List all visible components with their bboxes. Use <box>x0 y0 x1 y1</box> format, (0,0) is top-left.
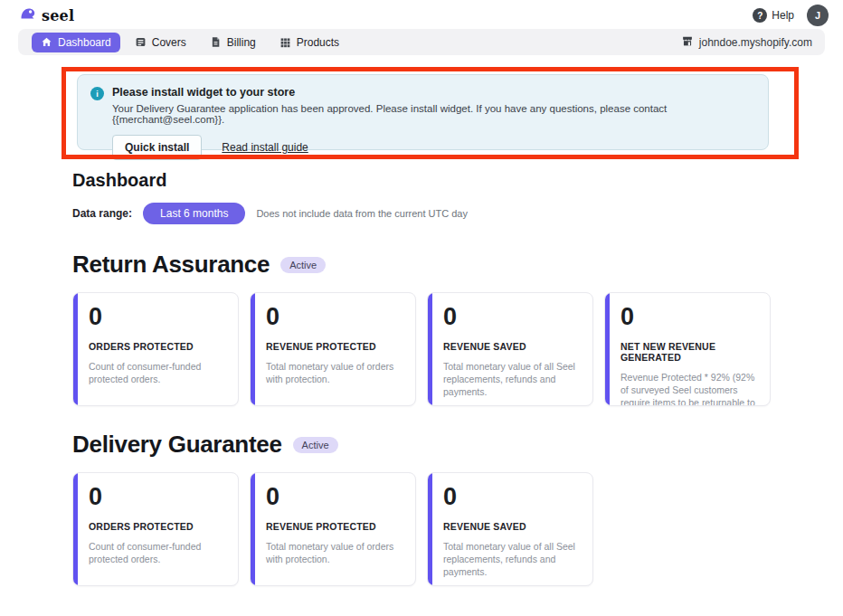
stat-value: 0 <box>89 304 227 331</box>
data-range-label: Data range: <box>72 207 132 220</box>
stat-description: Revenue Protected * 92% (92% of surveyed… <box>620 371 759 406</box>
stat-card-orders-protected: 0 ORDERS PROTECTED Count of consumer-fun… <box>72 472 239 586</box>
storefront-icon <box>681 35 694 50</box>
install-banner: i Please install widget to your store Yo… <box>77 74 769 150</box>
stat-value: 0 <box>266 484 404 511</box>
stat-label: REVENUE PROTECTED <box>266 521 404 532</box>
banner-actions: Quick install Read install guide <box>112 135 753 160</box>
stat-label: ORDERS PROTECTED <box>89 341 227 352</box>
nav-label: Billing <box>227 36 256 49</box>
nav-label: Dashboard <box>58 36 111 49</box>
banner-content: Please install widget to your store Your… <box>112 86 753 140</box>
status-badge: Active <box>280 257 326 273</box>
stat-label: REVENUE PROTECTED <box>266 341 404 352</box>
stat-value: 0 <box>89 484 227 511</box>
return-assurance-cards: 0 ORDERS PROTECTED Count of consumer-fun… <box>72 292 771 406</box>
banner-description: Your Delivery Guarantee application has … <box>112 103 753 125</box>
stat-description: Count of consumer-funded protected order… <box>89 360 227 385</box>
section-title: Return Assurance <box>72 251 270 279</box>
page-title: Dashboard <box>72 170 771 191</box>
stat-card-revenue-saved: 0 REVENUE SAVED Total monetary value of … <box>427 472 593 586</box>
nav-item-billing[interactable]: Billing <box>201 33 265 52</box>
stat-description: Total monetary value of orders with prot… <box>266 540 404 565</box>
header-right: ? Help J <box>753 5 829 26</box>
banner-title: Please install widget to your store <box>112 86 753 99</box>
stat-description: Total monetary value of all Seel replace… <box>443 360 582 399</box>
nav-item-products[interactable]: Products <box>270 33 348 52</box>
card-accent-bar <box>605 293 610 405</box>
stat-value: 0 <box>443 304 582 331</box>
stat-label: REVENUE SAVED <box>443 521 582 532</box>
stat-value: 0 <box>266 304 404 331</box>
stat-card-revenue-protected: 0 REVENUE PROTECTED Total monetary value… <box>250 472 416 586</box>
data-range-pill[interactable]: Last 6 months <box>143 203 245 224</box>
products-grid-icon <box>279 36 291 48</box>
brand: seel <box>20 6 74 24</box>
delivery-guarantee-cards: 0 ORDERS PROTECTED Count of consumer-fun… <box>72 472 771 586</box>
data-range-note: Does not include data from the current U… <box>256 208 468 219</box>
store-domain-chip: johndoe.myshopify.com <box>681 35 812 50</box>
nav-label: Covers <box>152 36 186 49</box>
stat-card-net-new-revenue: 0 NET NEW REVENUE GENERATED Revenue Prot… <box>604 292 771 406</box>
home-icon <box>41 36 52 48</box>
nav-left: Dashboard Covers Billing Products <box>32 33 348 52</box>
stat-label: NET NEW REVENUE GENERATED <box>620 341 759 363</box>
brand-name: seel <box>42 7 74 24</box>
status-badge: Active <box>293 437 338 453</box>
card-accent-bar <box>251 473 255 585</box>
help-label: Help <box>772 9 794 22</box>
seel-logo-icon <box>20 6 37 24</box>
stat-value: 0 <box>620 304 759 331</box>
read-install-guide-link[interactable]: Read install guide <box>222 141 308 154</box>
nav-item-covers[interactable]: Covers <box>126 33 195 52</box>
nav-label: Products <box>297 36 339 49</box>
card-accent-bar <box>73 473 78 585</box>
page-body: Dashboard Data range: Last 6 months Does… <box>72 170 771 586</box>
stat-description: Total monetary value of orders with prot… <box>266 360 404 385</box>
section-title: Delivery Guarantee <box>72 431 282 459</box>
card-accent-bar <box>428 293 432 405</box>
stat-card-revenue-saved: 0 REVENUE SAVED Total monetary value of … <box>427 292 593 406</box>
card-accent-bar <box>428 473 432 585</box>
quick-install-button[interactable]: Quick install <box>112 135 202 160</box>
avatar[interactable]: J <box>807 5 829 26</box>
stat-card-revenue-protected: 0 REVENUE PROTECTED Total monetary value… <box>250 292 416 406</box>
nav-bar: Dashboard Covers Billing Products <box>18 29 825 55</box>
section-head-delivery-guarantee: Delivery Guarantee Active <box>72 431 771 459</box>
card-accent-bar <box>251 293 255 405</box>
billing-icon <box>210 36 222 48</box>
top-header: seel ? Help J <box>0 0 843 27</box>
nav-item-dashboard[interactable]: Dashboard <box>32 33 120 52</box>
store-domain: johndoe.myshopify.com <box>699 36 812 49</box>
help-icon: ? <box>753 8 767 23</box>
info-icon: i <box>90 87 104 100</box>
section-head-return-assurance: Return Assurance Active <box>72 251 771 279</box>
stat-description: Total monetary value of all Seel replace… <box>443 540 582 579</box>
help-button[interactable]: ? Help <box>753 8 794 23</box>
stat-label: REVENUE SAVED <box>443 341 582 352</box>
stat-value: 0 <box>443 484 582 511</box>
data-range-row: Data range: Last 6 months Does not inclu… <box>72 203 771 224</box>
card-accent-bar <box>73 293 78 405</box>
covers-icon <box>135 36 147 48</box>
stat-description: Count of consumer-funded protected order… <box>89 540 227 565</box>
stat-card-orders-protected: 0 ORDERS PROTECTED Count of consumer-fun… <box>72 292 239 406</box>
stat-label: ORDERS PROTECTED <box>89 521 227 532</box>
